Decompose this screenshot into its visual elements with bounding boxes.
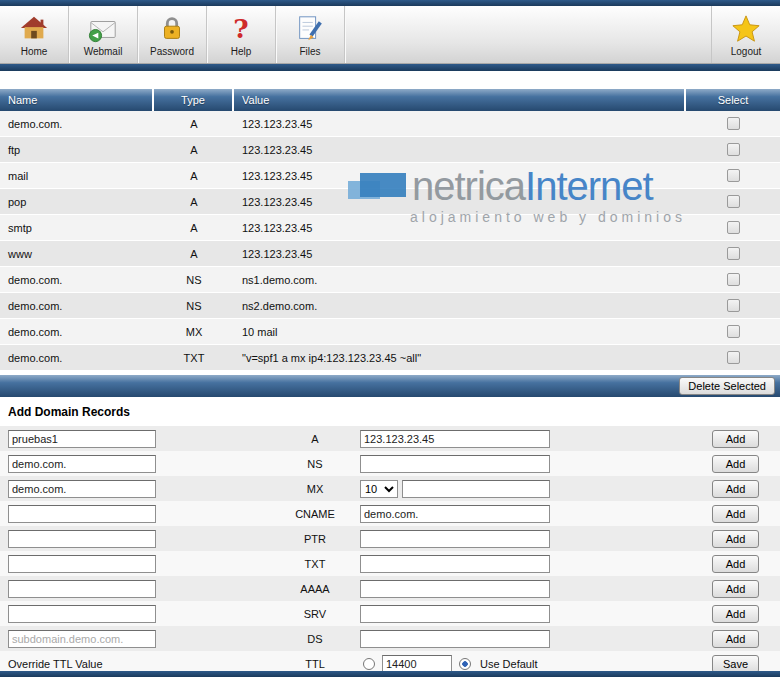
record-value: 123.123.23.45: [234, 222, 686, 234]
add-record-button[interactable]: Add: [712, 505, 759, 523]
add-record-row: PTR Add: [0, 526, 780, 551]
record-select-checkbox[interactable]: [727, 299, 740, 312]
record-name-input[interactable]: [8, 505, 156, 523]
record-value-input[interactable]: [360, 530, 550, 548]
toolbar-password-label: Password: [150, 46, 194, 57]
ttl-value-input[interactable]: [382, 655, 452, 673]
record-name-input[interactable]: [8, 455, 156, 473]
add-record-button[interactable]: Add: [712, 555, 759, 573]
delete-selected-button[interactable]: Delete Selected: [679, 377, 775, 395]
record-value-input[interactable]: [360, 630, 550, 648]
record-type: A: [154, 248, 234, 260]
mx-priority-select[interactable]: 10: [360, 480, 398, 498]
record-name-input[interactable]: [8, 605, 156, 623]
record-type-label: TXT: [270, 558, 360, 570]
record-value: 10 mail: [234, 326, 686, 338]
help-icon: ?: [226, 14, 256, 44]
add-record-button[interactable]: Add: [712, 530, 759, 548]
record-select-checkbox[interactable]: [727, 195, 740, 208]
record-name: demo.com.: [0, 118, 154, 130]
add-record-row: TXT Add: [0, 551, 780, 576]
home-icon: [19, 14, 49, 44]
spacer: [0, 71, 780, 89]
column-header-type: Type: [154, 89, 232, 111]
toolbar-help-button[interactable]: ? Help: [207, 6, 276, 63]
add-record-row: DS Add: [0, 626, 780, 651]
record-name-input[interactable]: [8, 480, 156, 498]
record-name-input[interactable]: [8, 430, 156, 448]
record-name: mail: [0, 170, 154, 182]
delete-selected-bar: Delete Selected: [0, 375, 780, 397]
record-type: A: [154, 170, 234, 182]
ttl-default-radio[interactable]: [459, 658, 471, 670]
record-type-label: SRV: [270, 608, 360, 620]
record-select-cell: [686, 325, 780, 338]
svg-text:?: ?: [233, 14, 248, 44]
password-icon: [157, 14, 187, 44]
record-value-input[interactable]: [360, 580, 550, 598]
record-select-checkbox[interactable]: [727, 143, 740, 156]
add-record-button[interactable]: Add: [712, 605, 759, 623]
toolbar-webmail-button[interactable]: Webmail: [69, 6, 138, 63]
record-type-label: CNAME: [270, 508, 360, 520]
add-section-title: Add Domain Records: [0, 397, 780, 426]
table-row: smtp A 123.123.23.45: [0, 215, 780, 241]
record-name: smtp: [0, 222, 154, 234]
record-type-label: DS: [270, 633, 360, 645]
add-record-button[interactable]: Add: [712, 480, 759, 498]
record-select-checkbox[interactable]: [727, 325, 740, 338]
ttl-type-label: TTL: [270, 658, 360, 670]
record-name-input[interactable]: [8, 555, 156, 573]
record-select-checkbox[interactable]: [727, 247, 740, 260]
toolbar-home-button[interactable]: Home: [0, 6, 69, 63]
add-form-rows: A Add NS Add MX 10 Add: [0, 426, 780, 651]
record-value-input[interactable]: [360, 430, 550, 448]
record-select-checkbox[interactable]: [727, 169, 740, 182]
record-value: 123.123.23.45: [234, 196, 686, 208]
toolbar-password-button[interactable]: Password: [138, 6, 207, 63]
record-value: ns2.demo.com.: [234, 300, 686, 312]
dns-table-body: demo.com. A 123.123.23.45 ftp A 123.123.…: [0, 111, 780, 371]
record-type-label: NS: [270, 458, 360, 470]
record-select-checkbox[interactable]: [727, 273, 740, 286]
add-record-button[interactable]: Add: [712, 430, 759, 448]
ttl-custom-radio[interactable]: [363, 658, 375, 670]
logout-icon: [731, 14, 761, 44]
table-row: www A 123.123.23.45: [0, 241, 780, 267]
record-name: demo.com.: [0, 326, 154, 338]
bottom-border-bar: [0, 671, 780, 677]
record-select-cell: [686, 247, 780, 260]
record-select-checkbox[interactable]: [727, 117, 740, 130]
toolbar-logout-label: Logout: [731, 46, 762, 57]
toolbar-border-bar: [0, 64, 780, 71]
toolbar-logout-button[interactable]: Logout: [711, 6, 780, 63]
toolbar-files-button[interactable]: Files: [276, 6, 345, 63]
record-value-input[interactable]: [360, 555, 550, 573]
record-value: 123.123.23.45: [234, 170, 686, 182]
dns-records-table: Name Type Value Select demo.com. A 123.1…: [0, 89, 780, 371]
table-row: mail A 123.123.23.45: [0, 163, 780, 189]
record-value-input[interactable]: [360, 505, 550, 523]
table-row: demo.com. TXT "v=spf1 a mx ip4:123.123.2…: [0, 345, 780, 371]
record-value-input[interactable]: [402, 480, 550, 498]
record-value: "v=spf1 a mx ip4:123.123.23.45 ~all": [234, 352, 686, 364]
record-name-input[interactable]: [8, 530, 156, 548]
record-select-cell: [686, 143, 780, 156]
add-record-button[interactable]: Add: [712, 580, 759, 598]
record-type: MX: [154, 326, 234, 338]
record-value-input[interactable]: [360, 455, 550, 473]
record-value-input[interactable]: [360, 605, 550, 623]
toolbar-files-label: Files: [299, 46, 320, 57]
record-value: 123.123.23.45: [234, 118, 686, 130]
record-name-input[interactable]: [8, 580, 156, 598]
column-header-value: Value: [234, 89, 684, 111]
record-select-checkbox[interactable]: [727, 221, 740, 234]
add-record-button[interactable]: Add: [712, 630, 759, 648]
save-ttl-button[interactable]: Save: [712, 655, 759, 673]
record-name-input[interactable]: [8, 630, 156, 648]
record-select-checkbox[interactable]: [727, 351, 740, 364]
table-row: demo.com. NS ns1.demo.com.: [0, 267, 780, 293]
table-row: pop A 123.123.23.45: [0, 189, 780, 215]
record-type: A: [154, 196, 234, 208]
add-record-button[interactable]: Add: [712, 455, 759, 473]
